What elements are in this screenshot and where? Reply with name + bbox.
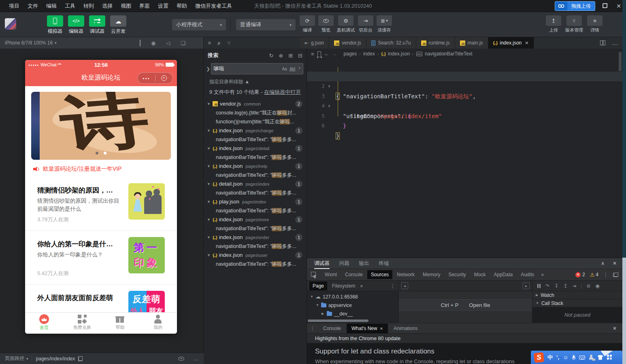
microphone-icon[interactable] [572,355,575,360]
tab-g-json[interactable]: ⇤ g.json [300,37,329,49]
user-badge-icon[interactable]: 21 [589,355,594,360]
banner-carousel[interactable]: 诗 [31,92,171,160]
remote-debug-button[interactable]: ⚙ 真机调试 [337,15,355,33]
tree-toggle-icon[interactable]: ▼ [207,164,212,168]
emoji-icon[interactable]: ☺ [563,354,568,360]
section-toggle-icon[interactable]: ▶ [536,293,538,297]
cloud-dev-button[interactable]: ☁ 云开发 [110,15,126,35]
menu-view[interactable]: 视图 [117,0,135,12]
result-file-row[interactable]: ▼ {..} index.json pages\detail 1 [204,144,307,153]
result-match-row[interactable]: navigationBarTitleText": "哆啦多多... [204,242,307,251]
mute-icon[interactable]: ◁ [166,40,170,46]
devtools-tab-memory[interactable]: Memory [419,270,444,279]
menu-settings[interactable]: 设置 [154,0,172,12]
devtools-tab-mock[interactable]: Mock [471,270,490,279]
back-icon[interactable]: ← [324,51,329,57]
devtools-menu-icon[interactable]: ⋮ [603,272,608,277]
result-match-row[interactable]: navigationBarTitleText": "哆啦多多... [204,171,307,180]
tree-item-appservice[interactable]: ▼ appservice [307,301,398,309]
refresh-icon[interactable]: ↻ [269,53,273,59]
punctuation-icon[interactable]: ’, [556,354,559,360]
tree-toggle-icon[interactable]: ▼ [207,253,212,257]
step-icon[interactable]: ⇥ [572,283,576,289]
inspect-icon[interactable] [311,272,317,278]
menu-help[interactable]: 帮助 [172,0,191,12]
tabbar-home[interactable]: 首页 [25,313,63,332]
search-input[interactable]: 哆啦 Aa Abl .* [211,63,303,74]
record-icon[interactable]: ◉ [151,40,155,46]
result-file-row[interactable]: ▼ {..} index.json pages\order 1 [204,233,307,242]
split-editor-icon[interactable] [600,40,605,45]
menu-dots-icon[interactable]: ●●● [138,77,155,80]
menu-interface[interactable]: 界面 [135,0,154,12]
tree-toggle-icon[interactable]: ▼ [207,146,212,150]
regex-icon[interactable]: .* [298,67,300,71]
project-avatar[interactable] [5,18,16,30]
details-button[interactable]: ≡ 详情 [587,15,603,33]
drag-upload-button[interactable]: 拖拽上传 [555,1,595,11]
open-file-hint[interactable]: Ctrl + P Open file [399,299,532,311]
skin-icon[interactable] [598,355,603,360]
tree-item-host[interactable]: ▼ ☁ 127.0.0.1:65368 [307,292,398,301]
clear-results-icon[interactable]: ⊗ [279,53,283,59]
code-line[interactable]: 3 ∨ "usingComponents": { [307,81,622,91]
upload-button[interactable]: ↥ 上传 [546,15,561,33]
exit-target-icon[interactable] [161,75,167,81]
result-file-row[interactable]: ▼ {..} index.json pages\help 1 [204,162,307,171]
page-path-label[interactable]: 页面路径 [5,355,24,362]
result-match-row[interactable]: navigationBarTitleText": "哆啦多多... [204,135,307,144]
close-window-button[interactable]: ✕ [615,3,623,9]
sidebar-menu-icon[interactable]: ⋮ [390,283,395,289]
result-match-row[interactable]: navigationBarTitleText": "哆啦多多... [204,260,307,269]
toolbox-icon[interactable] [607,355,612,360]
clear-cache-button[interactable]: ≣▾ 清缓存 [377,15,392,33]
announcement-bar[interactable]: 欧皇源码论坛/注册就送一年VIP [33,165,121,173]
menu-project[interactable]: 项目 [5,0,23,12]
pause-icon[interactable] [537,284,541,288]
debugger-toggle-button[interactable]: 调试器 [89,15,105,35]
tree-toggle-icon[interactable]: ▼ [207,182,212,186]
editor-toggle-button[interactable]: </> 编辑器 [68,15,84,35]
more-tabs-icon[interactable]: » [539,272,547,277]
forward-icon[interactable]: → [332,51,337,57]
result-match-row[interactable]: navigationBarTitleText": "哆啦多多... [204,153,307,162]
tree-toggle-icon[interactable]: ▼ [207,200,212,204]
menu-edit[interactable]: 编辑 [42,0,61,12]
tree-toggle-icon[interactable]: ▼ [207,235,212,239]
step-out-icon[interactable]: ↥ [563,283,567,289]
panel-tab-terminal[interactable]: 终端 [379,258,389,269]
chinese-mode-icon[interactable]: 中 [547,354,553,361]
whole-word-icon[interactable]: Abl [290,67,295,71]
result-match-row[interactable]: navigationBarTitleText": "哆啦多多... [204,224,307,233]
tree-toggle-icon[interactable]: ▼ [207,102,212,106]
menu-file[interactable]: 文件 [23,0,42,12]
close-tab-icon[interactable]: ✕ [525,40,528,46]
result-match-row[interactable]: navigationBarTitleText": "哆啦多多... [204,188,307,197]
tab-search-editor[interactable]: Search: 32.u7u [366,37,416,49]
mode-select[interactable]: 小程序模式 ▾ [172,19,226,30]
device-frame-icon[interactable] [140,40,141,46]
drawer-tab-animations[interactable]: Animations [389,324,422,333]
devtools-tab-console[interactable]: Console [341,270,366,279]
code-line[interactable]: 5 } [307,101,622,111]
result-file-row[interactable]: ▼ {..} index.json pages\more 1 [204,215,307,224]
preview-button[interactable]: 预览 [318,15,334,33]
close-drawer-icon[interactable]: ✕ [613,326,617,331]
deactivate-breakpoints-icon[interactable]: ⊘ [586,283,590,289]
step-into-icon[interactable]: ↧ [554,283,558,289]
breadcrumb-item[interactable]: index.json [388,51,410,57]
tabbar-help[interactable]: 帮助 [101,313,139,332]
error-count[interactable]: ✕2 [575,272,585,277]
drawer-tab-console[interactable]: Console [318,324,346,333]
quiz-card[interactable]: 你给人的第一印象是什… 你给人的第一印象是什么？ 5.42万人在测 第一 印象 [25,231,177,285]
section-toggle-icon[interactable]: ▼ [536,301,539,305]
tree-toggle-icon[interactable]: ▼ [207,218,212,222]
next-panel-icon[interactable]: ▸ [523,282,530,289]
open-in-editor-icon[interactable]: ⊞ [288,53,293,59]
tree-toggle-icon[interactable]: ▶ [322,312,325,315]
more-options-icon[interactable]: … [193,356,198,362]
bookmark-icon[interactable] [317,51,321,56]
menu-select[interactable]: 选择 [98,0,117,12]
code-area[interactable]: 1 ∨ { 2 "navigationBarTitleText": "欧皇源码论… [307,61,622,121]
code-line[interactable]: 4 "item": "/pages/index/item" [307,91,622,102]
